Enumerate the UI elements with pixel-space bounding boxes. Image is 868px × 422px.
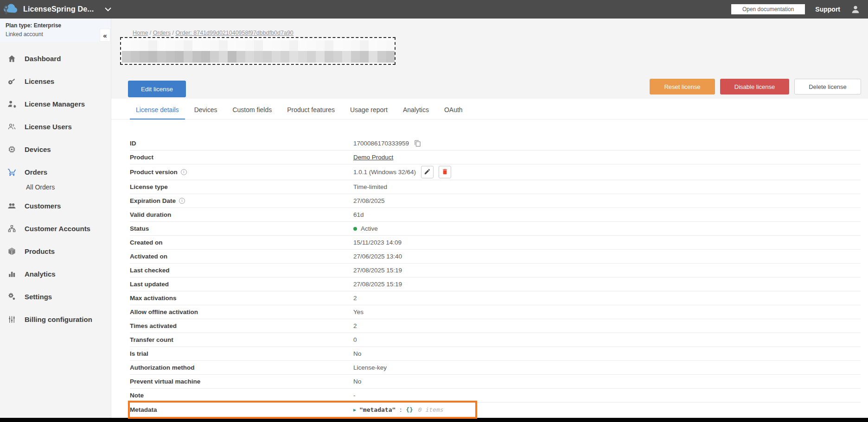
redacted-pixel-block [307, 40, 316, 51]
row-label: Last checked [130, 267, 353, 274]
linked-account-label: Linked account [6, 31, 105, 38]
pencil-icon [424, 168, 431, 176]
redacted-pixel-block [254, 51, 263, 63]
sidebar-item-billing-configuration[interactable]: Billing configuration [0, 308, 111, 331]
breadcrumb-current: Order: 8741d99d021040958f97dbbdfb0d7a90 [175, 30, 293, 36]
sidebar-item-products[interactable]: Products [0, 240, 111, 263]
row-label-text: Is trial [130, 350, 148, 357]
row-label: Product versioni [130, 169, 353, 176]
redacted-pixel-block [175, 51, 184, 63]
app-title[interactable]: LicenseSpring De... [23, 5, 94, 13]
tab-product-features[interactable]: Product features [281, 101, 341, 120]
sidebar-collapse-button[interactable]: « [100, 29, 110, 42]
box-icon [7, 246, 17, 256]
redacted-pixel-block [201, 40, 210, 51]
detail-row-expiration-date: Expiration Datei27/08/2025 [130, 194, 861, 208]
redacted-pixel-block [131, 40, 140, 51]
cart-icon [7, 167, 17, 177]
detail-row-license-type: License typeTime-limited [130, 180, 861, 194]
sidebar-item-label: Customers [25, 202, 61, 210]
reset-license-button[interactable]: Reset license [650, 79, 715, 94]
redacted-pixel-block [148, 40, 157, 51]
row-value: 27/08/2025 15:19 [353, 267, 402, 274]
row-label: Prevent virtual machine [130, 378, 353, 385]
redacted-pixel-block [316, 51, 325, 63]
detail-row-transfer-count: Transfer count0 [130, 333, 861, 347]
row-label-text: Metadata [130, 406, 157, 413]
sidebar-item-customer-accounts[interactable]: Customer Accounts [0, 217, 111, 240]
info-icon[interactable]: i [181, 169, 187, 175]
row-label-text: ID [130, 140, 136, 147]
redacted-pixel-block [386, 51, 395, 63]
tab-usage-report[interactable]: Usage report [344, 101, 394, 120]
row-value-text: 2 [353, 322, 357, 329]
sidebar-item-settings[interactable]: Settings [0, 285, 111, 308]
row-value: - [353, 392, 356, 399]
redacted-pixel-block [122, 51, 131, 63]
edit-version-button[interactable] [421, 166, 434, 178]
gears-icon [7, 292, 17, 302]
sidebar-item-label: Settings [25, 293, 52, 301]
row-value: Time-limited [353, 183, 387, 190]
row-value: 15/11/2023 14:09 [353, 239, 402, 246]
sidebar-item-licenses[interactable]: Licenses [0, 70, 111, 93]
sidebar-item-license-users[interactable]: License Users [0, 115, 111, 138]
row-value: Active [353, 225, 378, 232]
copy-icon[interactable] [414, 140, 421, 147]
detail-row-product: ProductDemo Product [130, 151, 861, 164]
chevron-down-icon[interactable] [105, 7, 111, 12]
breadcrumb-home-link[interactable]: Home [133, 30, 148, 36]
sidebar-item-dashboard[interactable]: Dashboard [0, 47, 111, 70]
breadcrumb-separator: / [171, 30, 175, 36]
redacted-pixel-block [157, 40, 166, 51]
tab-custom-fields[interactable]: Custom fields [226, 101, 278, 120]
sidebar-item-analytics[interactable]: Analytics [0, 263, 111, 285]
tab-devices[interactable]: Devices [188, 101, 223, 120]
row-label: Activated on [130, 253, 353, 260]
row-label-text: Max activations [130, 295, 177, 302]
redacted-pixel-block [192, 40, 201, 51]
sidebar-item-all-orders[interactable]: All Orders [0, 180, 111, 195]
users-icon [7, 201, 17, 211]
info-icon[interactable]: i [179, 198, 185, 204]
json-colon: : [399, 406, 402, 413]
status-badge: Active [361, 225, 378, 232]
product-link[interactable]: Demo Product [353, 154, 393, 161]
user-icon[interactable] [850, 4, 861, 14]
tab-oauth[interactable]: OAuth [438, 101, 469, 120]
redacted-pixel-block [228, 51, 236, 63]
row-value: 2 [353, 295, 357, 302]
redacted-pixel-block [184, 40, 192, 51]
row-value-text: 27/08/2025 15:19 [353, 267, 402, 274]
row-value-text: No [353, 350, 361, 357]
sidebar-item-customers[interactable]: Customers [0, 195, 111, 217]
redacted-pixel-block [192, 51, 201, 63]
delete-version-button[interactable] [439, 166, 451, 178]
row-label-text: Product [130, 154, 153, 161]
tab-analytics[interactable]: Analytics [397, 101, 435, 120]
bottom-black-bar [0, 418, 868, 422]
main-content: Home / Orders / Order: 8741d99d021040958… [111, 19, 868, 422]
row-value-text: 15/11/2023 14:09 [353, 239, 402, 246]
row-label-text: Created on [130, 239, 163, 246]
redacted-pixel-block [175, 40, 184, 51]
disable-license-button[interactable]: Disable license [720, 79, 789, 94]
row-value-text: 0 [353, 336, 357, 343]
delete-license-button[interactable]: Delete license [794, 79, 861, 94]
edit-license-button[interactable]: Edit license [128, 81, 186, 97]
tab-license-details[interactable]: License details [130, 101, 185, 120]
redacted-pixel-block [210, 40, 219, 51]
sidebar-item-devices[interactable]: Devices [0, 138, 111, 161]
row-value: 27/08/2025 15:19 [353, 281, 402, 288]
row-label-text: Authorization method [130, 364, 194, 371]
expand-arrow-icon[interactable]: ▶ [353, 407, 356, 412]
redacted-pixel-block [351, 40, 360, 51]
row-label-text: License type [130, 183, 168, 190]
redacted-pixel-block [281, 51, 289, 63]
redacted-pixel-block [245, 51, 254, 63]
status-dot [353, 227, 357, 231]
sidebar-item-license-managers[interactable]: License Managers [0, 93, 111, 115]
breadcrumb-orders-link[interactable]: Orders [153, 30, 171, 36]
open-documentation-button[interactable]: Open documentation [731, 4, 805, 14]
support-button[interactable]: Support [815, 6, 840, 13]
